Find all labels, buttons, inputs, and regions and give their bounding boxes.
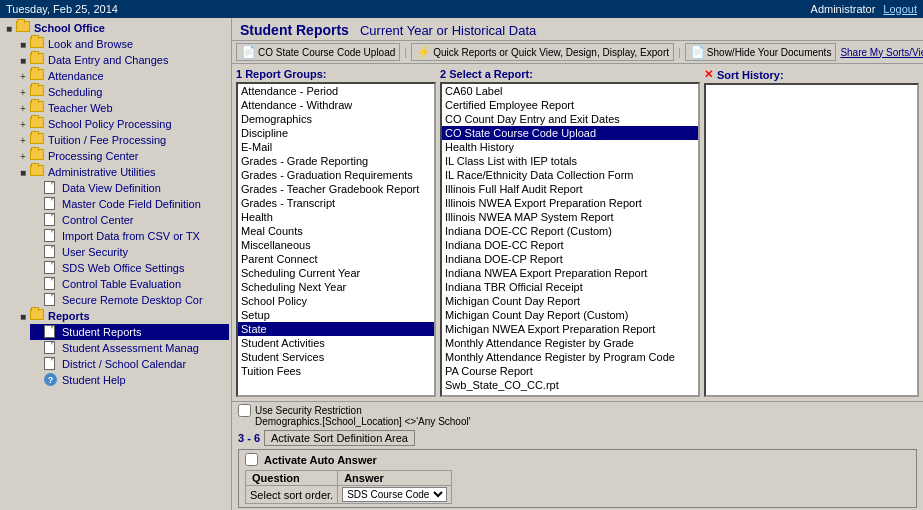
rg-attendance-withdraw[interactable]: Attendance - Withdraw [238, 98, 434, 112]
rg-grades-grade-reporting[interactable]: Grades - Grade Reporting [238, 154, 434, 168]
rg-discipline[interactable]: Discipline [238, 126, 434, 140]
sr-co-count-day[interactable]: CO Count Day Entry and Exit Dates [442, 112, 698, 126]
sr-ca60[interactable]: CA60 Label [442, 84, 698, 98]
qa-question-cell: Select sort order. [246, 486, 338, 504]
sr-michigan-nwea[interactable]: Michigan NWEA Export Preparation Report [442, 322, 698, 336]
sidebar-label-school-policy: School Policy Processing [48, 118, 172, 130]
sidebar-label-school-office: School Office [34, 22, 105, 34]
sidebar-item-data-view[interactable]: Data View Definition [30, 180, 229, 196]
sidebar-item-admin-utilities[interactable]: ■ Administrative Utilities [16, 164, 229, 180]
sr-illinois-full-half[interactable]: Illinois Full Half Audit Report [442, 182, 698, 196]
sr-monthly-attendance-grade[interactable]: Monthly Attendance Register by Grade [442, 336, 698, 350]
activate-sort-button[interactable]: Activate Sort Definition Area [264, 430, 415, 446]
auto-answer-checkbox[interactable] [245, 453, 258, 466]
main-layout: ■ School Office ■ Look and Browse ■ Data… [0, 18, 923, 510]
show-hide-docs-button[interactable]: 📄 Show/Hide Your Documents [685, 43, 837, 61]
quick-reports-button[interactable]: ⚡ Quick Reports or Quick View, Design, D… [411, 43, 674, 61]
rg-school-policy[interactable]: School Policy [238, 294, 434, 308]
sr-indiana-tbr[interactable]: Indiana TBR Official Receipt [442, 280, 698, 294]
rg-parent-connect[interactable]: Parent Connect [238, 252, 434, 266]
sort-order-select[interactable]: SDS Course Code Course Name Teacher Name… [342, 487, 447, 502]
sidebar-item-look-browse[interactable]: ■ Look and Browse [16, 36, 229, 52]
rg-grades-teacher-gradebook[interactable]: Grades - Teacher Gradebook Report [238, 182, 434, 196]
rg-setup[interactable]: Setup [238, 308, 434, 322]
rg-tuition-fees[interactable]: Tuition Fees [238, 364, 434, 378]
sr-il-race[interactable]: IL Race/Ethnicity Data Collection Form [442, 168, 698, 182]
report-groups-label: 1 Report Groups: [236, 68, 326, 80]
sidebar-label-look-browse: Look and Browse [48, 38, 133, 50]
qa-answer-cell: SDS Course Code Course Name Teacher Name… [338, 486, 452, 504]
sidebar-item-processing-center[interactable]: + Processing Center [16, 148, 229, 164]
sidebar-item-sds-web-office[interactable]: SDS Web Office Settings [30, 260, 229, 276]
sr-il-class-list[interactable]: IL Class List with IEP totals [442, 154, 698, 168]
rg-email[interactable]: E-Mail [238, 140, 434, 154]
select-report-header: 2 Select a Report: [440, 68, 700, 80]
sidebar-label-user-security: User Security [62, 246, 128, 258]
sidebar-item-user-security[interactable]: User Security [30, 244, 229, 260]
sr-indiana-nwea[interactable]: Indiana NWEA Export Preparation Report [442, 266, 698, 280]
rg-student-activities[interactable]: Student Activities [238, 336, 434, 350]
sidebar-item-scheduling[interactable]: + Scheduling [16, 84, 229, 100]
rg-attendance-period[interactable]: Attendance - Period [238, 84, 434, 98]
sidebar-item-attendance[interactable]: + Attendance [16, 68, 229, 84]
sidebar-item-master-code[interactable]: Master Code Field Definition [30, 196, 229, 212]
sidebar-item-import-data[interactable]: Import Data from CSV or TX [30, 228, 229, 244]
rg-scheduling-next[interactable]: Scheduling Next Year [238, 280, 434, 294]
page-title: Student Reports [240, 22, 349, 38]
content-area: Student Reports Current Year or Historic… [232, 18, 923, 510]
sr-michigan-count-day[interactable]: Michigan Count Day Report [442, 294, 698, 308]
select-report-panel: 2 Select a Report: CA60 Label Certified … [440, 68, 700, 397]
sr-health-history[interactable]: Health History [442, 140, 698, 154]
btn1-label: CO State Course Code Upload [258, 47, 395, 58]
auto-answer-header: Activate Auto Answer [245, 453, 910, 466]
sidebar-item-school-office[interactable]: ■ School Office [2, 20, 229, 36]
sr-indiana-doe-cp[interactable]: Indiana DOE-CP Report [442, 252, 698, 266]
rg-grades-graduation[interactable]: Grades - Graduation Requirements [238, 168, 434, 182]
sidebar-label-reports: Reports [48, 310, 90, 322]
close-sort-history-icon[interactable]: ✕ [704, 68, 713, 81]
sr-michigan-count-custom[interactable]: Michigan Count Day Report (Custom) [442, 308, 698, 322]
sidebar-item-student-assess[interactable]: Student Assessment Manag [30, 340, 229, 356]
sidebar-item-student-help[interactable]: ? Student Help [30, 372, 229, 388]
sidebar-item-teacher-web[interactable]: + Teacher Web [16, 100, 229, 116]
rg-health[interactable]: Health [238, 210, 434, 224]
report-groups-list[interactable]: Attendance - Period Attendance - Withdra… [236, 82, 436, 397]
rg-grades-transcript[interactable]: Grades - Transcript [238, 196, 434, 210]
rg-meal-counts[interactable]: Meal Counts [238, 224, 434, 238]
sidebar-item-tuition-fee[interactable]: + Tuition / Fee Processing [16, 132, 229, 148]
share-sorts-link[interactable]: Share My Sorts/Views [840, 47, 923, 58]
security-restriction-checkbox[interactable] [238, 404, 251, 417]
sr-illinois-nwea-map[interactable]: Illinois NWEA MAP System Report [442, 210, 698, 224]
sidebar-item-reports[interactable]: ■ Reports [16, 308, 229, 324]
sr-pa-course[interactable]: PA Course Report [442, 364, 698, 378]
rg-state[interactable]: State [238, 322, 434, 336]
sidebar-item-data-entry[interactable]: ■ Data Entry and Changes [16, 52, 229, 68]
sr-indiana-doe-cc-custom[interactable]: Indiana DOE-CC Report (Custom) [442, 224, 698, 238]
sort-history-panel: ✕ Sort History: [704, 68, 919, 397]
sr-illinois-nwea-export[interactable]: Illinois NWEA Export Preparation Report [442, 196, 698, 210]
sort-history-content [704, 83, 919, 397]
logout-link[interactable]: Logout [883, 3, 917, 15]
sidebar-item-student-reports[interactable]: Student Reports [30, 324, 229, 340]
sidebar-label-data-entry: Data Entry and Changes [48, 54, 168, 66]
select-report-list[interactable]: CA60 Label Certified Employee Report CO … [440, 82, 700, 397]
sidebar-item-school-policy[interactable]: + School Policy Processing [16, 116, 229, 132]
sr-certified-employee[interactable]: Certified Employee Report [442, 98, 698, 112]
date-label: Tuesday, Feb 25, 2014 [6, 3, 118, 15]
rg-miscellaneous[interactable]: Miscellaneous [238, 238, 434, 252]
co-state-course-upload-button[interactable]: 📄 CO State Course Code Upload [236, 43, 400, 61]
page-subtitle: Current Year or Historical Data [360, 23, 536, 38]
sidebar-label-sds-web-office: SDS Web Office Settings [62, 262, 184, 274]
sidebar-item-control-table[interactable]: Control Table Evaluation [30, 276, 229, 292]
sr-co-state-course[interactable]: CO State Course Code Upload [442, 126, 698, 140]
sr-swb-state[interactable]: Swb_State_CO_CC.rpt [442, 378, 698, 392]
sr-indiana-doe-cc[interactable]: Indiana DOE-CC Report [442, 238, 698, 252]
sidebar-item-secure-remote[interactable]: Secure Remote Desktop Cor [30, 292, 229, 308]
sidebar-item-control-center[interactable]: Control Center [30, 212, 229, 228]
sidebar-item-district-calendar[interactable]: District / School Calendar [30, 356, 229, 372]
sr-monthly-attendance-program[interactable]: Monthly Attendance Register by Program C… [442, 350, 698, 364]
rg-demographics[interactable]: Demographics [238, 112, 434, 126]
rg-scheduling-current[interactable]: Scheduling Current Year [238, 266, 434, 280]
security-restriction: Use Security Restriction Demographics.[S… [238, 404, 917, 427]
rg-student-services[interactable]: Student Services [238, 350, 434, 364]
